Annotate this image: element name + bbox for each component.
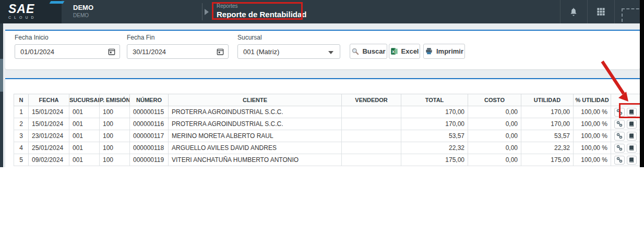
- cell-fecha: 09/02/2024: [29, 154, 69, 166]
- fecha-inicio-label: Fecha Inicio: [15, 34, 49, 41]
- logo-brand-text: SAE: [8, 3, 34, 15]
- cell-n: 4: [14, 142, 29, 154]
- ledger-book-action-button[interactable]: [627, 144, 637, 153]
- table-row: 323/01/2024001100000000117MERINO MORETA …: [14, 130, 640, 142]
- vertical-scrollbar[interactable]: [0, 23, 3, 167]
- imprimir-button[interactable]: Imprimir: [423, 44, 465, 59]
- cell-total: 170,00: [401, 106, 468, 118]
- cell-actions: [611, 130, 640, 142]
- printer-icon: [425, 47, 433, 55]
- calendar-icon[interactable]: [108, 47, 116, 56]
- table-row: 215/01/2024001100000000116PROTERRA AGROI…: [14, 118, 640, 130]
- cell-utilidad: 170,00: [521, 118, 574, 130]
- cell-numero: 000000117: [130, 130, 169, 142]
- cell-sucursal: 001: [69, 106, 100, 118]
- ledger-book-action-button[interactable]: [627, 132, 637, 141]
- cell-sucursal: 001: [69, 142, 100, 154]
- workspace-block[interactable]: DEMO DEMO: [73, 4, 93, 18]
- imprimir-button-label: Imprimir: [436, 47, 463, 55]
- fecha-fin-label: Fecha Fin: [127, 34, 154, 41]
- report-panel: NFECHASUCURSALP. EMISIÓNNÚMEROCLIENTEVEN…: [5, 78, 640, 167]
- apps-grid-icon: [596, 7, 606, 17]
- cell-numero: 000000116: [130, 118, 169, 130]
- chevron-down-icon: [328, 51, 333, 54]
- calendar-icon[interactable]: [216, 47, 224, 56]
- cell-actions: [611, 154, 640, 166]
- fecha-inicio-input[interactable]: [15, 44, 120, 59]
- ledger-book-action-button[interactable]: [627, 120, 637, 129]
- apps-menu-button[interactable]: [587, 0, 614, 23]
- column-header: VENDEDOR: [342, 94, 401, 106]
- cell-cliente: MERINO MORETA ALBERTO RAUL: [169, 130, 342, 142]
- cell-utilidad: 170,00: [521, 106, 574, 118]
- column-header: COSTO: [468, 94, 521, 106]
- cell-vendedor: [342, 118, 401, 130]
- cell-vendedor: [342, 106, 401, 118]
- cell-p_emision: 100: [100, 106, 130, 118]
- link-action-button[interactable]: [614, 156, 625, 165]
- workspace-name: DEMO: [73, 4, 93, 11]
- cell-costo: 0,00: [468, 142, 521, 154]
- cell-sucursal: 001: [69, 154, 100, 166]
- cell-actions: [611, 118, 640, 130]
- cell-fecha: 23/01/2024: [29, 130, 69, 142]
- cell-n: 2: [14, 118, 29, 130]
- buscar-button[interactable]: Buscar: [350, 44, 387, 59]
- cell-cliente: PROTERRA AGROINDUSTRIAL S.C.C.: [169, 106, 342, 118]
- fecha-fin-input[interactable]: [127, 44, 229, 59]
- cell-total: 22,32: [401, 142, 468, 154]
- ledger-book-icon: [628, 157, 635, 163]
- link-icon: [616, 157, 623, 163]
- column-header: N: [14, 94, 29, 106]
- cell-vendedor: [342, 154, 401, 166]
- bell-icon: [569, 7, 578, 17]
- table-row: 425/01/2024001100000000118ARGUELLO AVILE…: [14, 142, 640, 154]
- logo-sub-text: CLOUD: [8, 16, 62, 19]
- content-area: SAE CLOUD DEMO DEMO Reportes Reporte de …: [0, 0, 644, 167]
- cell-numero: 000000118: [130, 142, 169, 154]
- ledger-book-icon: [628, 133, 635, 139]
- svg-text:X: X: [392, 49, 395, 54]
- table-row: 509/02/2024001100000000119VITERI ANCHATU…: [14, 154, 640, 166]
- excel-button[interactable]: X Excel: [389, 44, 420, 59]
- link-action-button[interactable]: [614, 132, 625, 141]
- ledger-book-icon: [628, 145, 635, 151]
- sucursal-label: Sucursal: [237, 34, 262, 41]
- link-icon: [616, 133, 623, 139]
- cell-fecha: 15/01/2024: [29, 118, 69, 130]
- cell-pct_utilidad: 100,00 %: [574, 130, 611, 142]
- app-logo[interactable]: SAE CLOUD: [0, 0, 62, 23]
- logo-swoosh-shape: [50, 1, 65, 4]
- link-icon: [616, 145, 623, 151]
- sucursal-select[interactable]: 001 (Matriz): [237, 44, 340, 59]
- cell-costo: 0,00: [468, 106, 521, 118]
- link-action-button[interactable]: [614, 120, 625, 129]
- cell-actions: [611, 142, 640, 154]
- notifications-button[interactable]: [560, 0, 587, 23]
- cell-n: 3: [14, 130, 29, 142]
- sidebar-expand-arrow-icon[interactable]: [205, 9, 209, 15]
- topbar-divider: [614, 0, 615, 23]
- cell-vendedor: [342, 130, 401, 142]
- cell-vendedor: [342, 142, 401, 154]
- top-bar: SAE CLOUD DEMO DEMO Reportes Reporte de …: [0, 0, 644, 23]
- cell-total: 53,57: [401, 130, 468, 142]
- cell-costo: 0,00: [468, 130, 521, 142]
- cell-pct_utilidad: 100,00 %: [574, 142, 611, 154]
- ledger-book-action-button[interactable]: [627, 156, 637, 165]
- cell-cliente: VITERI ANCHATUÑA HUMBERTO ANTONIO: [169, 154, 342, 166]
- cell-n: 5: [14, 154, 29, 166]
- scrollbar-thumb[interactable]: [0, 59, 3, 92]
- buscar-button-label: Buscar: [362, 47, 385, 55]
- sucursal-selected-value: 001 (Matriz): [243, 48, 279, 56]
- link-action-button[interactable]: [614, 144, 625, 153]
- app-screen: SAE CLOUD DEMO DEMO Reportes Reporte de …: [0, 0, 644, 226]
- table-row: 115/01/2024001100000000115PROTERRA AGROI…: [14, 106, 640, 118]
- column-header: TOTAL: [401, 94, 468, 106]
- report-table: NFECHASUCURSALP. EMISIÓNNÚMEROCLIENTEVEN…: [14, 94, 640, 166]
- screenshot-right-edge: [640, 0, 644, 167]
- column-header: FECHA: [29, 94, 69, 106]
- cell-costo: 0,00: [468, 118, 521, 130]
- cell-p_emision: 100: [100, 142, 130, 154]
- cell-pct_utilidad: 100,00 %: [574, 154, 611, 166]
